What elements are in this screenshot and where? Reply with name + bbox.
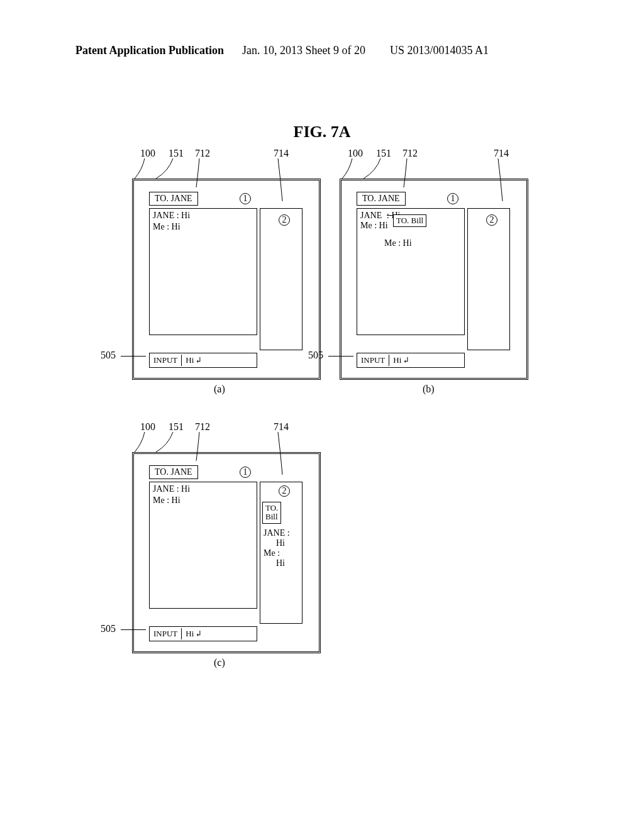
header-left: Patent Application Publication (75, 44, 224, 57)
input-row-c[interactable]: INPUT Hi ↲ (149, 626, 257, 641)
circled-2-c: 2 (279, 485, 290, 497)
input-label-b: INPUT (357, 355, 389, 366)
panel-a: TO. JANE 1 JANE : Hi Me : Hi 2 INPUT Hi … (132, 179, 321, 380)
ref-100-b: 100 (348, 148, 363, 159)
right-column-a (260, 208, 303, 350)
sublabel-c: (c) (214, 657, 225, 668)
input-text-a: Hi ↲ (182, 355, 204, 366)
input-text-c: Hi ↲ (182, 628, 204, 639)
circled-2-b: 2 (486, 214, 497, 226)
recipient-box-a: TO. JANE (149, 192, 198, 206)
ref-712-b: 712 (402, 148, 418, 159)
leader-505-c (121, 629, 146, 631)
input-text-b: Hi ↲ (389, 355, 412, 366)
ref-100-c: 100 (140, 421, 155, 433)
chat-b-me1: Me : Hi (360, 221, 388, 231)
enter-icon: ↲ (196, 355, 201, 365)
chat-c-r1b: Hi (276, 538, 285, 548)
chat-b-me2: Me : Hi (384, 238, 412, 248)
ref-505-a: 505 (101, 350, 116, 361)
sublabel-b: (b) (423, 384, 435, 395)
chat-b-jane: JANE (360, 211, 382, 221)
to-bill-stack: TO. Bill (262, 502, 281, 524)
circled-2-a: 2 (279, 214, 290, 226)
chat-c-left1: JANE : Hi (153, 484, 190, 494)
leader-505-b (328, 356, 353, 357)
ref-151-c: 151 (169, 421, 184, 433)
ref-714: 714 (274, 148, 289, 159)
chat-c-left2: Me : Hi (153, 495, 180, 506)
ref-505-c: 505 (101, 623, 116, 634)
right-column-b (467, 208, 510, 350)
chat-c-r1: JANE : (264, 528, 290, 538)
ref-714-c: 714 (274, 421, 289, 433)
ref-505-b: 505 (308, 350, 323, 361)
figure-title: FIG. 7A (0, 123, 644, 141)
input-label-a: INPUT (150, 355, 182, 366)
overlay-to-bill: TO. Bill (393, 214, 426, 227)
header-right: US 2013/0014035 A1 (390, 44, 489, 57)
chat-c-r2b: Hi (276, 558, 285, 568)
recipient-box-b: TO. JANE (357, 192, 406, 206)
panel-b: TO. JANE 1 JANE : Hi Me : Hi TO. Bill Me… (340, 179, 528, 380)
panel-c: TO. JANE 1 JANE : Hi Me : Hi 2 TO. Bill … (132, 452, 321, 653)
ref-100: 100 (140, 148, 155, 159)
ref-714-b: 714 (494, 148, 509, 159)
leader-505-a (121, 356, 146, 357)
chat-c-r2: Me : (264, 548, 280, 558)
ref-151: 151 (169, 148, 184, 159)
circled-1-c: 1 (240, 467, 251, 478)
ref-712: 712 (195, 148, 210, 159)
ref-712-c: 712 (195, 421, 210, 433)
recipient-box-c: TO. JANE (149, 465, 198, 479)
input-row-a[interactable]: INPUT Hi ↲ (149, 353, 257, 368)
ref-151-b: 151 (376, 148, 391, 159)
enter-icon-b: ↲ (404, 355, 409, 365)
header-mid: Jan. 10, 2013 Sheet 9 of 20 (242, 44, 365, 57)
sublabel-a: (a) (214, 384, 225, 395)
input-row-b[interactable]: INPUT Hi ↲ (357, 353, 465, 368)
input-label-c: INPUT (150, 628, 182, 639)
enter-icon-c: ↲ (196, 629, 201, 638)
circled-1-b: 1 (447, 193, 458, 204)
chat-a-line2: Me : Hi (153, 222, 180, 232)
circled-1-a: 1 (240, 193, 251, 204)
chat-a-line1: JANE : Hi (153, 211, 190, 221)
